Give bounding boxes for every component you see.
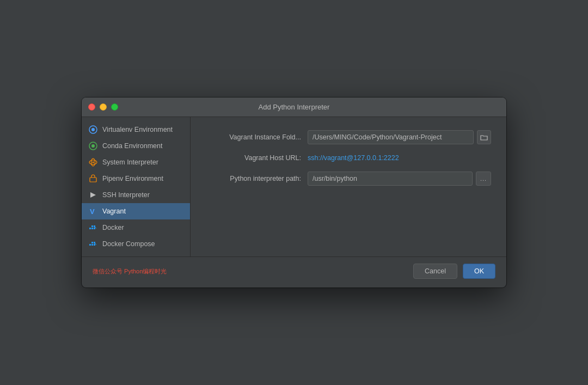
sidebar-item-virtualenv[interactable]: Virtualenv Environment [82, 121, 190, 138]
svg-rect-10 [89, 228, 91, 229]
svg-rect-11 [91, 228, 93, 229]
traffic-lights [88, 103, 118, 111]
close-button[interactable] [88, 103, 95, 111]
system-icon [88, 157, 98, 167]
sidebar-item-vagrant[interactable]: V Vagrant [82, 203, 190, 219]
sidebar: Virtualenv Environment Conda Environment [82, 117, 191, 256]
sidebar-item-docker[interactable]: Docker [82, 219, 190, 236]
vagrant-instance-folder-label: Vagrant Instance Fold... [206, 133, 301, 141]
docker-compose-icon [88, 239, 98, 249]
sidebar-item-virtualenv-label: Virtualenv Environment [102, 126, 173, 133]
vagrant-host-url-value[interactable]: ssh://vagrant@127.0.0.1:2222 [308, 154, 399, 162]
svg-marker-8 [90, 192, 96, 198]
dialog-footer: 微信公众号 Python编程时光 Cancel OK [82, 256, 506, 288]
svg-rect-13 [91, 225, 93, 227]
maximize-button[interactable] [111, 103, 118, 111]
cancel-button[interactable]: Cancel [413, 264, 457, 279]
ssh-icon [88, 190, 98, 200]
svg-rect-17 [94, 244, 95, 246]
sidebar-item-system[interactable]: System Interpreter [82, 154, 190, 170]
svg-rect-15 [89, 244, 91, 246]
minimize-button[interactable] [100, 103, 107, 111]
dialog-title: Add Python Interpreter [259, 103, 330, 111]
svg-rect-7 [90, 178, 96, 182]
sidebar-item-system-label: System Interpreter [102, 158, 158, 166]
pipenv-icon [88, 174, 98, 184]
sidebar-item-docker-compose[interactable]: Docker Compose [82, 236, 190, 252]
sidebar-item-conda[interactable]: Conda Environment [82, 138, 190, 154]
vagrant-instance-folder-value: /Users/MING/Code/Python/Vagrant-Project [308, 130, 474, 144]
watermark-text: 微信公众号 Python编程时光 [93, 267, 167, 276]
conda-icon [88, 141, 98, 151]
ok-button[interactable]: OK [463, 264, 495, 279]
python-interpreter-path-input[interactable] [308, 172, 473, 186]
python-interpreter-path-label: Python interpreter path: [206, 175, 301, 182]
svg-rect-14 [94, 225, 95, 227]
docker-icon [88, 223, 98, 233]
sidebar-item-docker-compose-label: Docker Compose [102, 240, 155, 248]
folder-icon [480, 134, 488, 140]
sidebar-item-pipenv-label: Pipenv Environment [102, 175, 163, 182]
vagrant-instance-folder-container: /Users/MING/Code/Python/Vagrant-Project [308, 130, 491, 144]
ellipsis-icon: ... [480, 175, 487, 182]
footer-buttons: Cancel OK [413, 264, 495, 279]
vagrant-host-url-row: Vagrant Host URL: ssh://vagrant@127.0.0.… [206, 154, 491, 162]
title-bar: Add Python Interpreter [82, 97, 506, 117]
python-interpreter-path-row: Python interpreter path: ... [206, 172, 491, 186]
svg-rect-19 [94, 242, 95, 243]
svg-rect-18 [91, 242, 93, 243]
svg-text:V: V [90, 207, 95, 216]
sidebar-item-docker-label: Docker [102, 224, 124, 231]
svg-rect-16 [91, 244, 93, 246]
vagrant-host-url-label: Vagrant Host URL: [206, 154, 301, 162]
python-interpreter-path-container: ... [308, 172, 491, 186]
sidebar-item-ssh-label: SSH Interpreter [102, 191, 150, 199]
content-spacer [206, 195, 491, 243]
dialog-body: Virtualenv Environment Conda Environment [82, 117, 506, 256]
vagrant-instance-folder-browse-button[interactable] [477, 130, 491, 144]
svg-point-3 [91, 144, 95, 148]
sidebar-item-vagrant-label: Vagrant [102, 207, 126, 215]
vagrant-instance-folder-row: Vagrant Instance Fold... /Users/MING/Cod… [206, 130, 491, 144]
virtualenv-icon [88, 125, 98, 135]
svg-rect-12 [94, 228, 95, 229]
add-python-interpreter-dialog: Add Python Interpreter Virtualenv Enviro… [82, 97, 506, 288]
sidebar-item-pipenv[interactable]: Pipenv Environment [82, 170, 190, 187]
svg-point-1 [91, 128, 95, 131]
sidebar-item-conda-label: Conda Environment [102, 142, 162, 150]
sidebar-item-ssh[interactable]: SSH Interpreter [82, 187, 190, 203]
svg-point-6 [93, 162, 94, 163]
vagrant-icon: V [88, 206, 98, 216]
main-content: Vagrant Instance Fold... /Users/MING/Cod… [191, 117, 506, 256]
python-interpreter-path-browse-button[interactable]: ... [476, 172, 491, 186]
